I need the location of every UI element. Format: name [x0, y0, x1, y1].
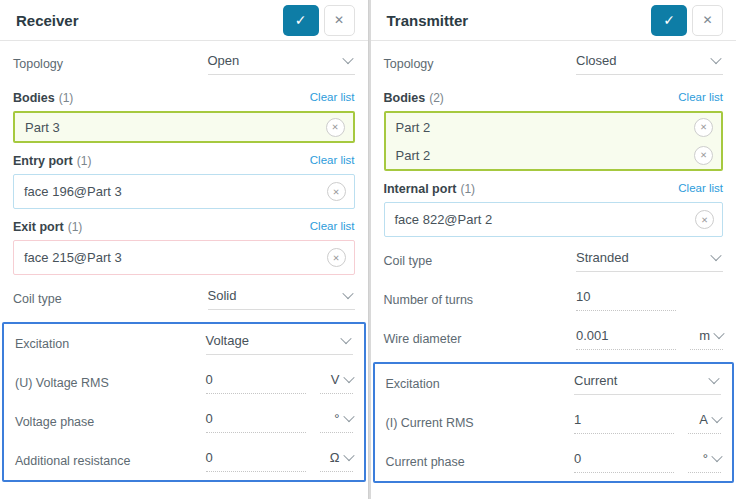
input-value: 0	[574, 451, 581, 466]
clear-list-link[interactable]: Clear list	[310, 91, 355, 103]
remove-item-icon[interactable]: ✕	[694, 118, 713, 137]
field-label: Excitation	[15, 337, 206, 351]
chevron-down-icon	[342, 52, 353, 63]
list-label: Exit port(1)	[13, 217, 82, 235]
dropdown[interactable]: Stranded	[576, 250, 723, 272]
remove-item-icon[interactable]: ✕	[694, 146, 713, 165]
value-input[interactable]: 0.001	[576, 328, 676, 350]
list-count: (2)	[429, 91, 444, 105]
selection-item[interactable]: Part 2✕	[386, 113, 722, 141]
field-label: (U) Voltage RMS	[15, 376, 206, 390]
field-control: 0V	[206, 372, 353, 394]
field-label: Wire diameter	[384, 332, 577, 346]
field-control: 0.001m	[576, 328, 723, 350]
clear-list-link[interactable]: Clear list	[310, 154, 355, 166]
selection-box: Part 2✕Part 2✕	[384, 111, 724, 171]
clear-list-link[interactable]: Clear list	[678, 91, 723, 103]
list-count: (1)	[68, 220, 83, 234]
list-title: Internal port	[384, 182, 457, 196]
field-row: ExcitationCurrent	[386, 364, 722, 403]
list-header: Bodies(1)Clear list	[13, 84, 355, 109]
selection-item[interactable]: face 822@Part 2✕	[385, 203, 723, 236]
selection-box: face 822@Part 2✕	[384, 202, 724, 237]
field-row: (I) Current RMS1A	[386, 403, 722, 442]
field-control: Open	[208, 53, 355, 75]
value-input[interactable]: 0	[574, 451, 674, 473]
dropdown[interactable]: Voltage	[206, 333, 353, 355]
dropdown[interactable]: Solid	[208, 288, 355, 310]
field-row: Current phase0°	[386, 442, 722, 481]
field-label: Topology	[384, 57, 577, 71]
selection-item[interactable]: face 196@Part 3✕	[14, 175, 354, 208]
unit-dropdown[interactable]: °	[688, 451, 721, 473]
field-control: 10	[576, 289, 723, 311]
field-row: ExcitationVoltage	[15, 324, 353, 363]
header-actions: ✓✕	[283, 5, 355, 36]
confirm-button[interactable]: ✓	[651, 5, 687, 36]
x-glyph: ✕	[331, 122, 338, 132]
input-value: 0	[206, 372, 213, 387]
list-title: Entry port	[13, 154, 73, 168]
input-value: 1	[574, 412, 581, 427]
field-row: Coil typeSolid	[13, 279, 355, 318]
selection-item-label: face 196@Part 3	[24, 184, 122, 199]
field-label: Coil type	[384, 254, 577, 268]
unit-dropdown[interactable]: A	[688, 412, 721, 434]
input-value: 0	[206, 411, 213, 426]
unit-dropdown[interactable]: °	[320, 411, 353, 433]
close-button[interactable]: ✕	[324, 5, 355, 36]
value-input[interactable]: 1	[574, 412, 674, 434]
list-label: Entry port(1)	[13, 151, 91, 169]
list-title: Exit port	[13, 220, 64, 234]
list-title: Bodies	[384, 91, 426, 105]
dropdown[interactable]: Current	[574, 373, 721, 395]
selection-item[interactable]: Part 2✕	[386, 141, 722, 169]
field-row: Voltage phase0°	[15, 402, 353, 441]
value-input[interactable]: 10	[576, 289, 676, 311]
unit-dropdown[interactable]: Ω	[320, 450, 353, 472]
unit-value: m	[699, 328, 710, 343]
unit-dropdown[interactable]: V	[320, 372, 353, 394]
panel-title: Transmitter	[387, 12, 469, 29]
remove-item-icon[interactable]: ✕	[695, 210, 714, 229]
list-label: Bodies(2)	[384, 88, 444, 106]
confirm-button[interactable]: ✓	[283, 5, 319, 36]
selection-item-label: Part 3	[25, 120, 60, 135]
selection-item[interactable]: Part 3✕	[15, 113, 353, 141]
field-control: Current	[574, 373, 721, 395]
field-label: Excitation	[386, 377, 575, 391]
value-input[interactable]: 0	[206, 372, 306, 394]
remove-item-icon[interactable]: ✕	[327, 182, 346, 201]
panel-header: Receiver✓✕	[0, 0, 368, 41]
close-icon: ✕	[702, 13, 712, 27]
selection-item-label: face 822@Part 2	[395, 212, 493, 227]
list-label: Internal port(1)	[384, 179, 476, 197]
unit-dropdown[interactable]: m	[690, 328, 723, 350]
value-input[interactable]: 0	[206, 450, 306, 472]
list-section: Internal port(1)Clear listface 822@Part …	[384, 175, 724, 237]
chevron-down-icon	[711, 451, 722, 462]
dropdown-value: Stranded	[576, 250, 629, 265]
clear-list-link[interactable]: Clear list	[678, 182, 723, 194]
panel-header: Transmitter✓✕	[371, 0, 736, 41]
unit-value: Ω	[330, 450, 340, 465]
close-button[interactable]: ✕	[692, 5, 723, 36]
selection-item[interactable]: face 215@Part 3✕	[14, 241, 354, 274]
value-input[interactable]: 0	[206, 411, 306, 433]
close-icon: ✕	[334, 13, 344, 27]
chevron-down-icon	[343, 411, 354, 422]
clear-list-link[interactable]: Clear list	[310, 220, 355, 232]
field-label: Voltage phase	[15, 415, 206, 429]
field-control: Voltage	[206, 333, 353, 355]
dropdown[interactable]: Closed	[576, 53, 723, 75]
input-value: 10	[576, 289, 590, 304]
remove-item-icon[interactable]: ✕	[326, 118, 345, 137]
list-section: Bodies(1)Clear listPart 3✕	[13, 84, 355, 143]
remove-item-icon[interactable]: ✕	[327, 248, 346, 267]
chevron-down-icon	[710, 249, 721, 260]
list-header: Bodies(2)Clear list	[384, 84, 724, 109]
dropdown-value: Open	[208, 53, 240, 68]
excitation-group: ExcitationCurrent(I) Current RMS1ACurren…	[373, 362, 735, 483]
dropdown[interactable]: Open	[208, 53, 355, 75]
panel-title: Receiver	[16, 12, 79, 29]
